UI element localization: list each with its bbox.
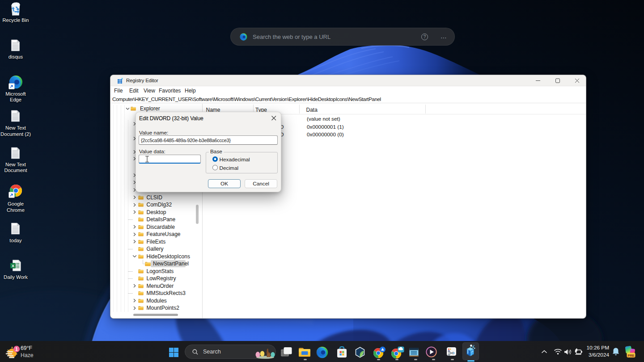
svg-text:PRE: PRE	[628, 354, 635, 357]
svg-text:1: 1	[15, 347, 18, 352]
